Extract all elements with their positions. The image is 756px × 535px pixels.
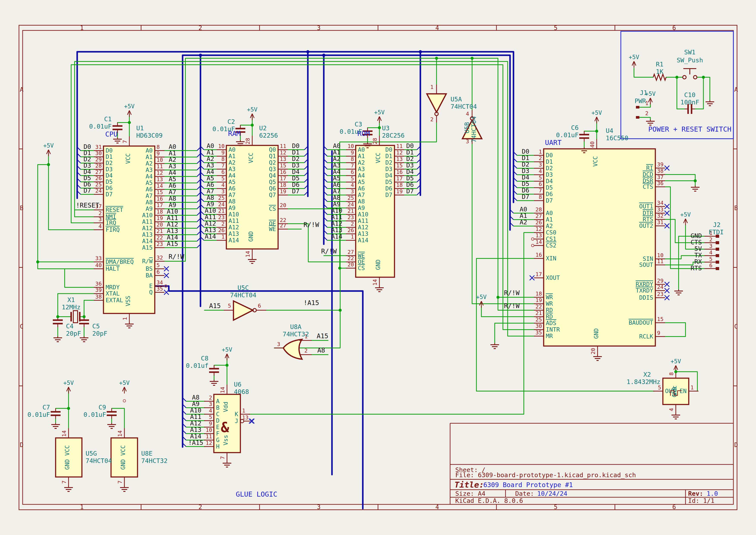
text-black: R/!W — [504, 302, 520, 310]
ic-U8E[interactable]: 14VCC7GND — [111, 428, 138, 487]
pin-name: A2 — [229, 159, 236, 166]
pin-number: 4 — [98, 223, 102, 229]
net-label: A8 — [207, 194, 214, 201]
frame-col-label: 6 — [672, 24, 676, 32]
switch-SW1[interactable] — [683, 69, 697, 79]
pin-number: 8 — [668, 372, 675, 375]
connector-J2[interactable]: 1GND2CTS35V4TX5RX6RTS — [691, 230, 719, 272]
text-teal: 74HCT04 — [86, 457, 112, 465]
pin-number: 31 — [657, 219, 663, 225]
text-teal: C10 — [684, 91, 695, 99]
ic-U5G[interactable]: 14VCC7GND — [56, 428, 82, 487]
title-block[interactable]: Sheet: /File: 6309-board-prototype-1.kic… — [450, 423, 733, 504]
net-label: A11 — [190, 413, 201, 420]
wire[interactable] — [634, 68, 653, 77]
pin-number: 5 — [228, 303, 231, 309]
pin-number: 8 — [156, 144, 160, 150]
wire[interactable] — [665, 181, 695, 186]
pin-name: A4 — [146, 173, 153, 180]
text-teal: C9 — [98, 404, 106, 411]
net-label: A7 — [207, 187, 214, 195]
wire[interactable] — [65, 269, 94, 287]
pin-number: 27 — [535, 213, 542, 219]
net-label: D4 — [522, 174, 529, 181]
wire[interactable] — [274, 209, 340, 348]
schematic-canvas[interactable]: 112233445566AABBCCDDPOWER + RESET SWITCH… — [0, 0, 756, 535]
crystal-X1[interactable] — [71, 311, 80, 323]
ic-X2[interactable]: 5OUT1EN8Vcc4GND — [653, 368, 698, 414]
net-label: D2 — [522, 161, 529, 168]
pin-number: 2 — [304, 348, 308, 354]
frame-col-label: 1 — [80, 503, 84, 511]
ic-U2[interactable]: 10A09A18A27A36A45A54A63A725A824A921A1023… — [217, 136, 288, 259]
frame-col-label: 2 — [199, 503, 202, 511]
wire[interactable] — [183, 55, 510, 447]
net-label: A11 — [167, 214, 178, 222]
power-label: +5V — [591, 109, 602, 116]
pin-number: 19 — [396, 188, 403, 195]
wire[interactable] — [639, 117, 650, 120]
pin-number: 6 — [709, 262, 713, 268]
pin-number: 1 — [351, 234, 354, 240]
pin-number: 13 — [242, 414, 249, 421]
pin-number: 11 — [280, 143, 286, 149]
wire[interactable] — [665, 175, 695, 181]
pin-number: 28 — [535, 207, 542, 213]
pin-number: 11 — [396, 143, 403, 149]
net-label: D4 — [406, 168, 414, 175]
tb-id: Id: 1/1 — [688, 497, 715, 504]
net-label: A12 — [205, 220, 216, 227]
wire[interactable] — [495, 323, 534, 344]
pin-name: VSS — [124, 296, 131, 306]
pin-number: 24 — [95, 188, 102, 194]
pin-name: Q0 — [269, 146, 276, 153]
net-label: A3 — [333, 161, 340, 169]
gate-U5A[interactable]: 12 — [427, 84, 446, 123]
gate-U5C[interactable]: 56 — [224, 301, 266, 320]
net-label: A5 — [333, 175, 340, 182]
pin-name: A11 — [142, 218, 153, 225]
ic-U1[interactable]: 31D030D129D228D327D426D525D624D737RESET2… — [94, 136, 169, 323]
power-label: +5V — [43, 142, 54, 149]
text-black: R/!W — [169, 253, 184, 260]
text-teal: SW1 — [684, 48, 695, 56]
pin-number: 7 — [219, 456, 226, 459]
pin-name: DSR — [643, 177, 653, 184]
ic-U4[interactable]: 1D02D13D24D35D46D57D68D728A027A126A212CS… — [530, 139, 669, 356]
pin-number: 4 — [668, 408, 675, 411]
pin-number: 3 — [221, 188, 225, 195]
net-label: A9 — [207, 200, 214, 208]
text-teal: 0.01uf — [186, 362, 208, 369]
pin-name: VCC — [592, 156, 599, 167]
pin-number: 40 — [95, 262, 102, 268]
pin-name: GND — [375, 260, 381, 270]
text-teal: J1 — [640, 89, 647, 97]
net-label: A3 — [207, 161, 214, 169]
text-teal: 1K — [656, 68, 663, 75]
ic-U6[interactable]: 2A3B4C5D9E10F11G12H1K13J14Vdd7Vss& — [204, 385, 255, 462]
wire[interactable] — [165, 58, 534, 310]
pin-name: IRQ — [106, 219, 116, 226]
wire[interactable] — [665, 323, 686, 337]
pin-name: NMI — [106, 213, 116, 220]
net-label: A13 — [205, 226, 216, 234]
pin-name: D2 — [106, 160, 113, 166]
pin-name: GND — [248, 231, 254, 242]
net-label: A0 — [333, 142, 340, 150]
pin-number: 1 — [122, 317, 128, 320]
pin-number: 27 — [280, 222, 286, 229]
text-teal: J2 — [713, 221, 721, 228]
ic-U3[interactable]: 10A09A18A27A36A45A54A63A725A824A921A1023… — [346, 136, 404, 287]
pin-name: Q5 — [269, 179, 276, 185]
pin-name: DDIS — [639, 294, 653, 301]
wire[interactable] — [703, 77, 710, 101]
pin-number: 27 — [347, 249, 354, 255]
pin-number: 7 — [221, 162, 225, 169]
net-label: A2 — [207, 155, 214, 162]
pin-name: A14 — [142, 238, 153, 244]
wire[interactable] — [84, 300, 94, 317]
pin-number: 17 — [535, 271, 542, 277]
pin-name: A6 — [229, 185, 236, 192]
pin-name: BAUDOUT — [629, 319, 653, 326]
pin-number: 2 — [645, 110, 648, 117]
